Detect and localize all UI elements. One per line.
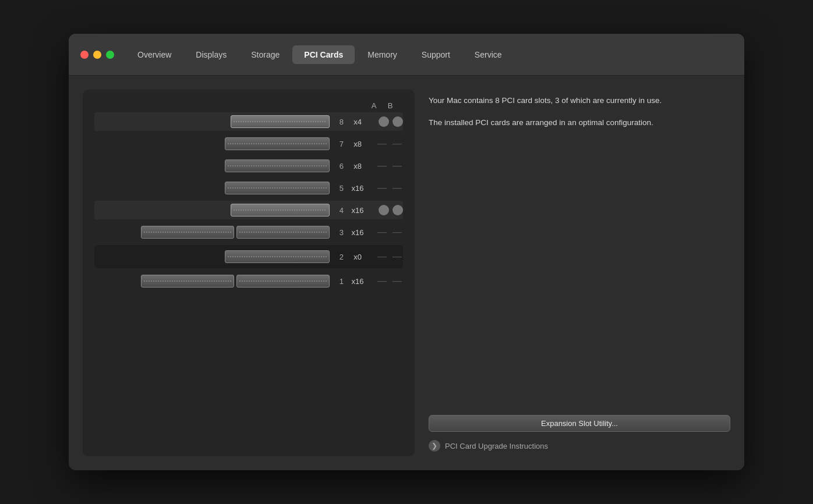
slot-cards-6 <box>94 159 330 172</box>
slot-number-2: 2 <box>333 253 344 261</box>
slot-cards-8 <box>94 115 330 128</box>
link-label: PCI Card Upgrade Instructions <box>445 442 548 450</box>
column-headers: A B <box>94 101 403 110</box>
pci-card-5 <box>225 182 330 194</box>
slot-speed-8: x4 <box>347 118 368 126</box>
slot-speed-3: x16 <box>347 228 368 237</box>
indicator-b-4 <box>393 205 403 215</box>
slot-row-4: 4x16 <box>94 201 403 219</box>
expansion-slot-utility-button[interactable]: Expansion Slot Utility... <box>429 415 730 432</box>
indicator-b-7: — <box>391 139 403 149</box>
slot-speed-7: x8 <box>347 140 368 148</box>
close-button[interactable] <box>80 51 89 59</box>
tab-overview[interactable]: Overview <box>126 45 183 64</box>
content-area: A B 8x47x8——6x8——5x16——4x163x16——2x0——1x… <box>69 76 744 470</box>
tab-memory[interactable]: Memory <box>356 45 409 64</box>
pci-card-3-b <box>236 226 330 239</box>
info-line1: Your Mac contains 8 PCI card slots, 3 of… <box>429 94 730 107</box>
pci-card-1-b <box>236 275 330 288</box>
info-line2: The installed PCI cards are arranged in … <box>429 116 730 129</box>
slot-cards-4 <box>94 204 330 216</box>
indicator-b-5: — <box>391 183 403 193</box>
pci-card-6 <box>225 159 330 172</box>
slot-row-7: 7x8—— <box>94 134 403 153</box>
slot-number-3: 3 <box>333 228 344 237</box>
slot-indicators-8 <box>372 116 403 127</box>
col-b-header: B <box>382 101 398 110</box>
tab-storage[interactable]: Storage <box>239 45 291 64</box>
slot-number-4: 4 <box>333 206 344 215</box>
pci-card-1-a <box>141 275 234 288</box>
slot-indicators-2: —— <box>372 251 403 262</box>
slot-indicators-7: —— <box>372 139 403 149</box>
maximize-button[interactable] <box>106 51 114 59</box>
pci-card-3-a <box>141 226 234 239</box>
slot-row-3: 3x16—— <box>94 223 403 242</box>
slot-cards-5 <box>94 182 330 194</box>
slot-number-1: 1 <box>333 277 344 286</box>
indicator-a-1: — <box>376 276 388 286</box>
indicator-a-3: — <box>376 227 388 237</box>
slot-speed-2: x0 <box>347 253 368 261</box>
indicator-b-8 <box>393 116 403 127</box>
slot-number-7: 7 <box>333 140 344 148</box>
slot-speed-4: x16 <box>347 206 368 215</box>
pci-card-7 <box>225 137 330 150</box>
slot-row-5: 5x16—— <box>94 179 403 197</box>
indicator-a-4 <box>379 205 389 215</box>
slot-row-8: 8x4 <box>94 112 403 131</box>
tab-pci-cards[interactable]: PCI Cards <box>292 45 355 64</box>
slot-number-6: 6 <box>333 162 344 171</box>
main-window: OverviewDisplaysStoragePCI CardsMemorySu… <box>69 34 744 470</box>
pci-card-2 <box>225 250 330 263</box>
link-icon: ❯ <box>429 440 440 452</box>
indicator-b-6: — <box>391 161 403 171</box>
slot-row-6: 6x8—— <box>94 157 403 175</box>
indicator-b-2: — <box>391 251 403 262</box>
tab-support[interactable]: Support <box>410 45 462 64</box>
slot-number-5: 5 <box>333 184 344 193</box>
pci-upgrade-link[interactable]: ❯ PCI Card Upgrade Instructions <box>429 440 730 452</box>
slot-cards-3 <box>94 226 330 239</box>
slot-indicators-6: —— <box>372 161 403 171</box>
minimize-button[interactable] <box>93 51 101 59</box>
slot-indicators-5: —— <box>372 183 403 193</box>
info-text: Your Mac contains 8 PCI card slots, 3 of… <box>429 94 730 138</box>
tab-displays[interactable]: Displays <box>184 45 238 64</box>
tab-service[interactable]: Service <box>463 45 514 64</box>
indicator-a-2: — <box>376 251 388 262</box>
indicator-a-7: — <box>376 139 388 149</box>
info-panel: Your Mac contains 8 PCI card slots, 3 of… <box>429 90 730 456</box>
slot-indicators-1: —— <box>372 276 403 286</box>
traffic-lights <box>80 51 114 59</box>
dark-slot-section: 2x0—— <box>94 245 403 268</box>
pci-card-4 <box>231 204 330 216</box>
slot-row-2: 2x0—— <box>94 247 403 266</box>
indicator-a-8 <box>379 116 389 127</box>
slot-indicators-4 <box>372 205 403 215</box>
slot-number-8: 8 <box>333 118 344 126</box>
indicator-b-1: — <box>391 276 403 286</box>
col-a-header: A <box>366 101 382 110</box>
slot-speed-6: x8 <box>347 162 368 171</box>
indicator-a-6: — <box>376 161 388 171</box>
slot-list: 8x47x8——6x8——5x16——4x163x16——2x0——1x16—— <box>94 112 403 290</box>
pci-diagram-panel: A B 8x47x8——6x8——5x16——4x163x16——2x0——1x… <box>83 90 415 456</box>
slot-cards-2 <box>94 250 330 263</box>
slot-speed-1: x16 <box>347 277 368 286</box>
tab-bar: OverviewDisplaysStoragePCI CardsMemorySu… <box>126 45 514 64</box>
indicator-a-5: — <box>376 183 388 193</box>
titlebar: OverviewDisplaysStoragePCI CardsMemorySu… <box>69 34 744 76</box>
slot-indicators-3: —— <box>372 227 403 237</box>
indicator-b-3: — <box>391 227 403 237</box>
pci-card-8 <box>231 115 330 128</box>
slot-row-1: 1x16—— <box>94 272 403 290</box>
slot-speed-5: x16 <box>347 184 368 193</box>
slot-cards-7 <box>94 137 330 150</box>
slot-cards-1 <box>94 275 330 288</box>
